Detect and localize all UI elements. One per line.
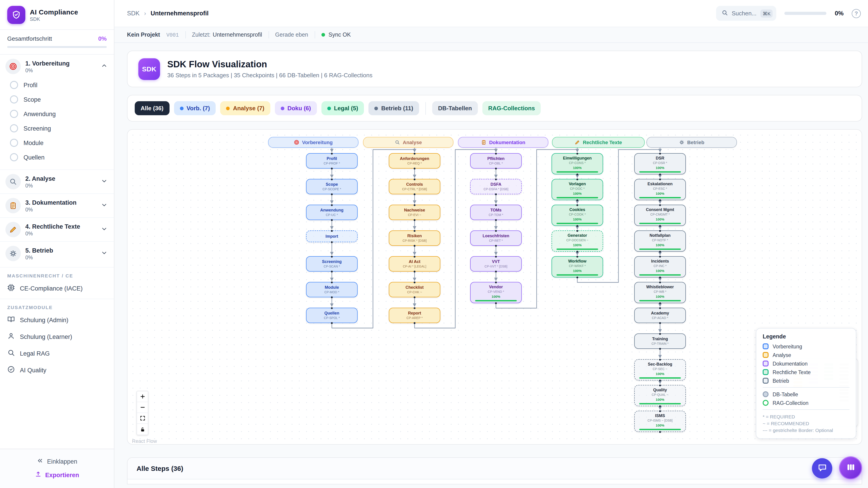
step-item-screening[interactable]: Screening [5, 121, 107, 135]
flow-node-anforderungen[interactable]: AnforderungenCP-REQ * [389, 153, 440, 168]
flow-node-toms[interactable]: TOMsCP-TOM * [470, 205, 522, 220]
zoom-in-button[interactable] [137, 391, 148, 402]
overall-progress-bar [7, 46, 107, 48]
chevron-down-icon [101, 225, 107, 234]
filter-chip-analyse-7-[interactable]: Analyse (7) [220, 101, 270, 115]
overall-progress: Gesamtfortschritt 0% [0, 29, 114, 55]
step-item-anwendung[interactable]: Anwendung [5, 107, 107, 121]
flow-node-scope[interactable]: ScopeCP-SCOPE * [306, 179, 358, 194]
flow-node-vvt[interactable]: VVTCP-VVT * [DSB] [470, 256, 522, 271]
flow-node-vendor[interactable]: VendorCP-VEND *100% [470, 282, 522, 303]
step-item-quellen[interactable]: Quellen [5, 150, 107, 164]
flow-column-header-slate[interactable]: Betrieb [647, 137, 737, 148]
step-item-scope[interactable]: Scope [5, 92, 107, 107]
fit-view-button[interactable] [137, 413, 148, 424]
flow-node-sec-backlog[interactable]: Sec-BacklogCP-SEC ~100% [634, 359, 686, 381]
filter-chip-betrieb-11-[interactable]: Betrieb (11) [368, 101, 419, 115]
breadcrumb-root[interactable]: SDK [127, 10, 140, 17]
flow-node-generator[interactable]: GeneratorCP-DOCGEN ~100% [552, 230, 603, 252]
flow-node-controls[interactable]: ControlsCP-CTRL * [DSB] [389, 179, 440, 194]
flow-node-whistleblower[interactable]: WhistleblowerCP-WB *100% [634, 282, 686, 303]
filter-chip-rag-collections[interactable]: RAG-Collections [483, 101, 541, 115]
flow-node-dsfa[interactable]: DSFACP-DSFA * [DSB] [470, 179, 522, 194]
filter-chip-vorb-7-[interactable]: Vorb. (7) [174, 101, 216, 115]
node-code: CP-CHK ~ [407, 290, 422, 295]
gear-icon [5, 246, 21, 261]
flow-node-ai-act[interactable]: AI ActCP-AI * [LEGAL] [389, 256, 440, 271]
lock-button[interactable] [137, 424, 148, 435]
flow-node-anwendung[interactable]: AnwendungCP-UC * [306, 205, 358, 220]
flow-node-workflow[interactable]: WorkflowCP-WRKF *100% [552, 256, 603, 278]
flow-node-notfallplan[interactable]: NotfallplanCP-NOTF *100% [634, 230, 686, 252]
node-progress-value: 100% [656, 191, 664, 196]
package-label: 2. Analyse [25, 175, 96, 182]
legend-title: Legende [763, 333, 849, 340]
flow-node-isms[interactable]: ISMSCP-ISMS ~ [DSB]100% [634, 411, 686, 432]
collapse-sidebar-button[interactable]: Einklappen [0, 455, 114, 468]
filter-chip-db-tabellen[interactable]: DB-Tabellen [432, 101, 478, 115]
flow-column-header-purple[interactable]: Dokumentation [458, 137, 548, 148]
sidebar-item-legal-rag[interactable]: Legal RAG [0, 345, 114, 362]
package-toggle[interactable]: 3. Dokumentation 0% [5, 198, 107, 213]
package-toggle[interactable]: 5. Betrieb 0% [5, 246, 107, 261]
flow-node-einwilligungen[interactable]: EinwilligungenCP-CONS *100% [552, 153, 603, 174]
flow-column-header-amber[interactable]: Analyse [363, 137, 454, 148]
package-toggle[interactable]: 2. Analyse 0% [5, 174, 107, 189]
legend-item-blue: Vorbereitung [763, 344, 849, 349]
flow-node-import[interactable]: Import [306, 230, 358, 242]
step-item-module[interactable]: Module [5, 135, 107, 150]
flow-node-quellen[interactable]: QuellenCP-SPOL * [306, 308, 358, 323]
flow-node-nachweise[interactable]: NachweiseCP-EVI ~ [389, 205, 440, 220]
minus-icon [140, 404, 145, 410]
step-radio[interactable] [10, 153, 18, 161]
search-input[interactable]: Suchen... ⌘K [716, 6, 776, 21]
board-view-button[interactable] [839, 456, 862, 480]
flow-node-training[interactable]: TrainingCP-TRAIN * [634, 333, 686, 349]
check-circle-icon [7, 365, 15, 375]
header-progress-bar [784, 12, 827, 15]
flow-node-academy[interactable]: AcademyCP-ACAD * [634, 308, 686, 323]
sidebar-item-schulung-learner-[interactable]: Schulung (Learner) [0, 328, 114, 345]
flow-node-consent-mgmt[interactable]: Consent MgmtCP-CMGMT *100% [634, 205, 686, 226]
filter-chip-alle-36-[interactable]: Alle (36) [135, 101, 169, 115]
filter-chip-legal-5-[interactable]: Legal (5) [321, 101, 364, 115]
flow-node-screening[interactable]: ScreeningCP-SCAN * [306, 256, 358, 271]
legend-item-rag-collection: RAG-Collection [763, 400, 849, 406]
flow-node-vorlagen[interactable]: VorlagenCP-DOC *100% [552, 179, 603, 200]
export-button[interactable]: Exportieren [0, 468, 114, 482]
sidebar-item-schulung-admin-[interactable]: Schulung (Admin) [0, 312, 114, 328]
step-radio[interactable] [10, 139, 18, 147]
chip-dot [180, 106, 183, 110]
flow-node-report[interactable]: ReportCP-AREP * [389, 308, 440, 323]
flow-node-profil[interactable]: ProfilCP-PROF * [306, 153, 358, 168]
flow-node-checklist[interactable]: ChecklistCP-CHK ~ [389, 282, 440, 297]
help-icon[interactable]: ? [852, 9, 861, 18]
step-item-profil[interactable]: Profil [5, 78, 107, 92]
flow-column-header-blue[interactable]: Vorbereitung [268, 137, 359, 148]
sidebar-item-ce-compliance-iace-[interactable]: CE-Compliance (IACE) [0, 280, 114, 297]
package-toggle[interactable]: 1. Vorbereitung 0% [5, 59, 107, 74]
flow-node-pflichten[interactable]: PflichtenCP-OBL * [470, 153, 522, 168]
filter-chip-doku-6-[interactable]: Doku (6) [275, 101, 317, 115]
sidebar-section-title: MASCHINENRECHT / CE [0, 267, 114, 280]
flow-node-risiken[interactable]: RisikenCP-RISK * [DSB] [389, 230, 440, 246]
chat-assistant-button[interactable] [812, 458, 832, 479]
step-radio[interactable] [10, 110, 18, 118]
node-label: Quality [653, 387, 667, 392]
flow-canvas[interactable]: VorbereitungProfilCP-PROF *ScopeCP-SCOPE… [127, 129, 862, 445]
package-toggle[interactable]: 4. Rechtliche Texte 0% [5, 222, 107, 237]
flow-column-header-green[interactable]: Rechtliche Texte [552, 137, 645, 148]
step-radio[interactable] [10, 95, 18, 103]
flow-node-module[interactable]: ModuleCP-MOD * [306, 282, 358, 297]
last-edited-label: Zuletzt: [192, 32, 211, 38]
sidebar-item-ai-quality[interactable]: AI Quality [0, 362, 114, 379]
step-radio[interactable] [10, 81, 18, 89]
step-radio[interactable] [10, 124, 18, 132]
flow-node-loeschfristen[interactable]: LoeschfristenCP-RET * [470, 230, 522, 246]
flow-node-dsr[interactable]: DSRCP-DSR *100% [634, 153, 686, 174]
flow-node-eskalationen[interactable]: EskalationenCP-ESC *100% [634, 179, 686, 200]
flow-node-cookies[interactable]: CookiesCP-COOK *100% [552, 205, 603, 226]
flow-node-quality[interactable]: QualityCP-QUAL ~100% [634, 385, 686, 406]
flow-node-incidents[interactable]: IncidentsCP-INC *100% [634, 256, 686, 278]
zoom-out-button[interactable] [137, 402, 148, 413]
